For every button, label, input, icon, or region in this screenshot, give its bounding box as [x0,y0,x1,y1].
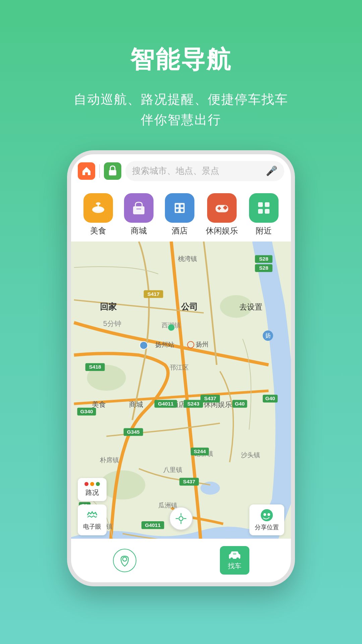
svg-text:S244: S244 [194,448,206,454]
fun-icon-bg [207,193,237,223]
svg-text:G40: G40 [235,400,245,406]
svg-text:八里镇: 八里镇 [163,466,182,473]
svg-point-15 [168,324,174,330]
svg-text:扬: 扬 [265,332,271,339]
svg-text:扬州: 扬州 [196,340,208,347]
top-search-bar: 搜索城市、地点、景点 🎤 [71,154,291,188]
divider [99,164,100,178]
category-food[interactable]: 美食 [83,193,113,236]
svg-text:桃湾镇: 桃湾镇 [178,255,197,262]
find-car-icon [228,550,241,560]
traffic-label: 路况 [85,488,99,497]
svg-text:回家: 回家 [100,302,117,311]
nearby-label: 附近 [256,225,272,236]
electronic-eye-button[interactable]: 电子眼 [78,504,107,535]
svg-text:S28: S28 [259,256,268,262]
share-location-button[interactable]: 分享位置 [249,504,284,535]
svg-rect-90 [133,206,144,214]
home-icon [81,166,92,176]
svg-text:美食: 美食 [92,400,106,409]
food-icon [83,193,113,223]
nearby-icon-bg [249,193,279,223]
shop-icon-bg [124,193,154,223]
location-button[interactable] [169,507,193,530]
category-fun[interactable]: 休闲娱乐 [206,193,238,236]
fun-label: 休闲娱乐 [206,225,238,236]
svg-rect-108 [265,209,269,214]
svg-text:商城: 商城 [129,400,143,409]
nav-location-icon [118,554,131,567]
svg-rect-98 [216,205,228,212]
svg-rect-106 [265,202,269,207]
svg-point-103 [224,206,226,208]
dot-red [84,482,88,486]
search-placeholder: 搜索城市、地点、景点 [132,165,262,177]
category-row: 美食 商城 [71,188,291,241]
svg-text:S243: S243 [187,400,200,406]
electronic-eye-icon [86,509,98,521]
svg-rect-107 [258,209,263,214]
traffic-dots [84,482,100,486]
category-shop[interactable]: 商城 [124,193,154,236]
svg-text:G345: G345 [127,429,140,434]
nav-item-find-car[interactable]: 找车 [220,546,249,575]
svg-point-73 [267,513,270,516]
shop-bag-icon [130,200,147,216]
dot-green [96,482,100,486]
find-car-label: 找车 [228,561,241,571]
svg-rect-96 [181,209,183,212]
svg-text:G4011: G4011 [145,522,161,528]
food-label: 美食 [90,225,106,236]
svg-point-81 [230,557,233,560]
svg-point-79 [123,557,127,561]
lock-button[interactable] [104,162,121,180]
svg-rect-94 [181,205,183,207]
svg-text:扬州站: 扬州站 [155,341,174,348]
dot-orange [90,482,94,486]
hotel-icon-bg [165,193,194,223]
hotel-label: 酒店 [172,225,188,236]
gamepad-icon [214,200,230,216]
home-button[interactable] [78,162,95,180]
svg-text:S417: S417 [147,291,160,297]
map-area[interactable]: 桃湾镇 回家 公司 去设置 5分钟 西湖镇 扬州站 扬州 扬 邗江区 美食 商城 [71,241,291,582]
location-icon [175,513,187,525]
hero-subtitle: 自动巡航、路况提醒、便捷停车找车 伴你智慧出行 [74,89,288,130]
svg-rect-95 [176,209,179,212]
category-nearby[interactable]: 附近 [249,193,279,236]
svg-text:邗江区: 邗江区 [170,364,189,371]
svg-rect-100 [219,207,220,210]
svg-point-72 [263,513,266,516]
search-bar[interactable]: 搜索城市、地点、景点 🎤 [125,161,284,181]
hotel-building-icon [171,200,188,216]
svg-rect-105 [258,202,263,207]
svg-text:公司: 公司 [181,302,198,311]
svg-point-4 [100,470,145,499]
svg-text:S418: S418 [89,364,102,370]
bottom-left-controls: 路况 电子眼 [78,478,107,535]
phone-mockup: 桃湾镇 回家 公司 去设置 5分钟 西湖镇 扬州站 扬州 扬 邗江区 美食 商城 [67,150,295,586]
svg-point-104 [224,208,226,210]
svg-text:G340: G340 [80,408,93,414]
food-bowl-icon [90,200,107,216]
share-location-label: 分享位置 [255,523,279,531]
svg-text:S437: S437 [183,478,195,484]
svg-point-89 [96,202,101,205]
svg-point-74 [179,517,183,521]
nav-location-icon-circle [113,549,136,572]
svg-text:S28: S28 [259,265,268,271]
microphone-icon[interactable]: 🎤 [265,165,278,177]
nav-item-location[interactable] [113,549,136,572]
svg-rect-93 [176,205,179,207]
category-hotel[interactable]: 酒店 [165,193,194,236]
svg-point-11 [140,341,147,349]
bottom-right-controls: 分享位置 [249,504,284,535]
svg-point-71 [261,509,273,521]
svg-rect-97 [178,210,181,213]
svg-text:5分钟: 5分钟 [103,319,121,327]
svg-text:S437: S437 [204,395,216,401]
svg-text:去设置: 去设置 [239,303,262,311]
svg-point-82 [236,557,239,560]
traffic-button[interactable]: 路况 [78,478,107,501]
svg-rect-83 [233,553,236,555]
